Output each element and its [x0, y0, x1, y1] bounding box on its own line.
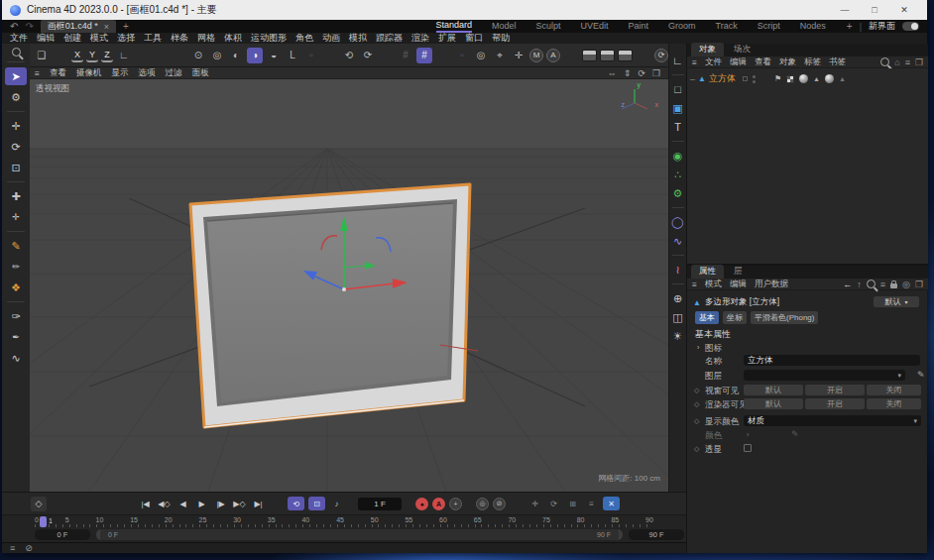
keyframe-presets-button[interactable]: ◎ [476, 498, 489, 510]
renderer-visible-off[interactable]: 关闭 [867, 398, 921, 409]
toolbar-m-icon[interactable]: M [529, 49, 543, 62]
viewport-menu-item[interactable]: 查看 [50, 67, 66, 79]
keyframe-filter-button[interactable]: ⊘ [493, 498, 506, 510]
visibility-dots[interactable] [753, 75, 756, 83]
render-settings-icon[interactable] [618, 50, 633, 61]
sketch-pen-icon[interactable]: ✏ [5, 258, 27, 276]
om-menu-item[interactable]: 编辑 [730, 56, 747, 68]
axis-locate-icon[interactable]: ✛ [511, 48, 526, 63]
live-selection-icon[interactable]: ➤ [5, 67, 27, 85]
close-button[interactable]: ✕ [889, 0, 919, 20]
play-button[interactable]: ▶ [194, 497, 209, 510]
snap-icon-active[interactable]: # [416, 48, 432, 63]
keyframe-diamond-button[interactable]: ◇ [31, 497, 47, 511]
layout-tab-track[interactable]: Track [716, 21, 738, 32]
polygon-object-icon[interactable]: □ [670, 82, 686, 96]
light-icon[interactable]: ☀ [670, 329, 686, 343]
tab-objects[interactable]: 对象 [691, 43, 724, 56]
record-rotation-toggle[interactable]: ⟳ [546, 497, 561, 510]
am-lock-icon[interactable] [890, 283, 897, 288]
material-tag-icon[interactable] [799, 74, 808, 83]
record-keyframe-button[interactable]: ● [415, 498, 428, 510]
current-frame-marker[interactable] [40, 516, 47, 527]
keyframe-selection-button[interactable]: + [449, 498, 462, 510]
add-tab-button[interactable]: + [123, 21, 129, 32]
preset-dropdown[interactable]: 默认 ▾ [874, 296, 919, 307]
expand-arrow-icon[interactable]: › [697, 344, 699, 351]
cube-primitive-icon[interactable]: ▣ [670, 101, 686, 115]
axis-modify-icon[interactable]: ⌖ [492, 48, 508, 63]
bend-deformer-icon[interactable]: ≀ [670, 263, 686, 277]
brush-tool-icon[interactable]: ✑ [5, 307, 27, 325]
layout-tab-model[interactable]: Model [492, 21, 517, 32]
sketch-spline-icon[interactable]: ∿ [5, 349, 27, 367]
om-menu-item[interactable]: 查看 [755, 56, 771, 68]
redo-icon[interactable]: ↷ [25, 21, 33, 32]
layout-tab-uvedit[interactable]: UVEdit [581, 21, 609, 32]
am-burger-icon[interactable]: ≡ [692, 280, 697, 289]
axis-lock-y-button[interactable]: Y [86, 49, 98, 62]
viewport-burger-icon[interactable]: ≡ [35, 68, 40, 78]
am-float-icon[interactable]: ❐ [915, 280, 923, 289]
close-tab-icon[interactable]: × [104, 22, 109, 32]
object-name[interactable]: 立方体 [709, 72, 736, 85]
enable-axis-icon[interactable]: ⟲ [341, 48, 357, 63]
coord-system-icon[interactable]: L [285, 48, 300, 63]
layer-edit-pencil-icon[interactable]: ✎ [917, 370, 925, 380]
selection-tag-icon-2[interactable]: ▲ [839, 75, 846, 82]
maximize-button[interactable]: □ [860, 0, 889, 20]
generator-icon[interactable]: ⚙ [670, 186, 686, 200]
rotate-tool-icon[interactable]: ⟳ [5, 138, 27, 156]
anim-dot-icon[interactable]: ◇ [694, 417, 699, 425]
smear-tool-icon[interactable]: ✒ [5, 328, 27, 346]
chip-basic[interactable]: 基本 [695, 311, 719, 324]
next-key-button[interactable]: ▶◇ [232, 497, 247, 510]
multi-axis-tool-icon[interactable]: ✛ [5, 208, 27, 226]
next-frame-button[interactable]: |▶ [213, 497, 228, 510]
dolly-view-icon[interactable]: ⇕ [624, 68, 632, 78]
record-position-toggle[interactable]: ✛ [527, 497, 542, 510]
goto-end-button[interactable]: ▶| [251, 497, 266, 510]
anim-dot-icon[interactable]: ◇ [694, 400, 699, 408]
am-menu-item[interactable]: 编辑 [730, 279, 747, 290]
xray-checkbox[interactable] [744, 444, 752, 452]
toggle-view-icon[interactable]: ❐ [652, 68, 660, 78]
renderer-visible-on[interactable]: 开启 [805, 398, 865, 409]
quantize-icon[interactable]: # [398, 48, 413, 63]
icon-group-row[interactable]: › 图标 [687, 341, 928, 354]
spline-primitive-icon[interactable]: ◯ [670, 215, 686, 229]
editor-visible-off[interactable]: 关闭 [867, 385, 921, 395]
sound-toggle[interactable]: ♪ [329, 497, 344, 510]
magnet-tool-icon[interactable]: ❖ [5, 279, 27, 296]
mode-icon-1[interactable]: ⊙ [190, 48, 206, 63]
transform-tool-icon[interactable]: ✚ [5, 187, 27, 205]
layout-tab-script[interactable]: Script [758, 21, 780, 32]
render-picture-viewer-icon[interactable] [600, 50, 615, 61]
material-tag-icon-2[interactable] [825, 74, 834, 83]
am-filter-icon[interactable]: ≡ [880, 280, 885, 289]
pen-tool-icon[interactable]: ✎ [5, 237, 27, 255]
layer-color-chip[interactable] [743, 76, 748, 81]
uvw-tag-icon[interactable] [786, 75, 794, 83]
om-menu-item[interactable]: 标签 [804, 56, 821, 68]
range-end-field[interactable]: 90 F [629, 529, 684, 540]
show-keys-toggle[interactable]: ⊡ [308, 497, 325, 510]
selection-tag-icon[interactable]: ▲ [813, 75, 820, 82]
picture-frame-object[interactable] [190, 184, 470, 427]
mode-icon-4-active[interactable]: ◑ [247, 48, 263, 63]
goto-start-button[interactable]: |◀ [138, 497, 153, 510]
record-scale-toggle[interactable]: ⊞ [565, 497, 580, 510]
workplane-icon[interactable]: ∟ [116, 48, 132, 63]
viewport-menu-item[interactable]: 过滤 [165, 67, 181, 79]
anim-dot-icon[interactable]: ◇ [694, 387, 699, 394]
layout-tab-paint[interactable]: Paint [629, 21, 649, 32]
axis-center-icon[interactable]: ⟳ [360, 48, 376, 63]
view-label[interactable]: 透视视图 [36, 83, 69, 95]
om-filter-icon[interactable]: ≡ [905, 57, 910, 67]
subdivision-surface-icon[interactable]: ◉ [670, 149, 686, 163]
move-tool-icon[interactable]: ✛ [5, 117, 27, 135]
layout-tab-nodes[interactable]: Nodes [800, 21, 826, 32]
am-back-icon[interactable]: ← [843, 280, 852, 289]
loop-playback-toggle[interactable]: ⟲ [288, 497, 304, 510]
am-menu-item[interactable]: 模式 [705, 279, 722, 290]
